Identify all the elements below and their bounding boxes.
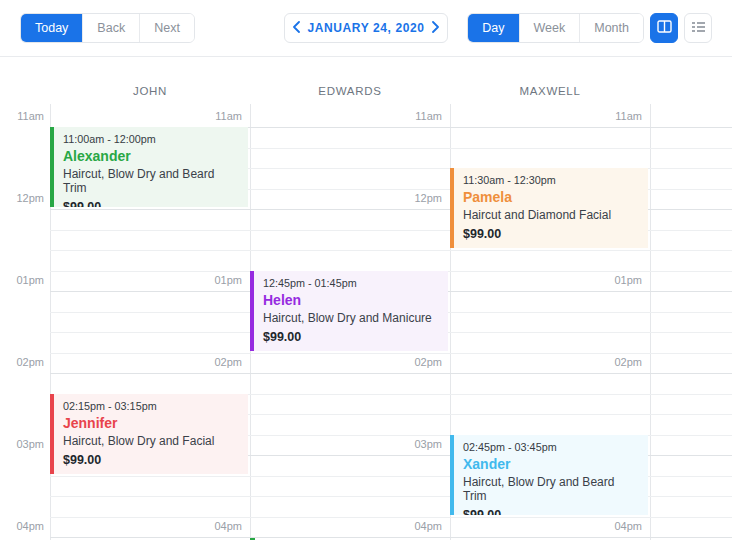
event-client-name: Xander [463,456,640,472]
view-day-button[interactable]: Day [468,14,518,42]
view-switcher-group: Day Week Month [467,13,644,43]
next-button[interactable]: Next [139,14,194,42]
event-client-name: Alexander [63,148,240,164]
event-time-range: 11:30am - 12:30pm [463,174,640,186]
event-time-range: 02:15pm - 03:15pm [63,400,240,412]
column-time-label: 04pm [50,519,242,533]
column-time-label: 01pm [450,273,642,287]
column-time-label: 11am [50,109,242,123]
time-axis-label: 04pm [0,519,44,533]
event-helen[interactable]: 12:45pm - 01:45pmHelenHaircut, Blow Dry … [250,271,448,351]
prev-day-button[interactable] [285,14,308,42]
column-time-label: 04pm [450,519,642,533]
time-axis-label: 12pm [0,191,44,205]
today-button[interactable]: Today [21,14,82,42]
view-month-button[interactable]: Month [579,14,643,42]
column-time-label: 11am [450,109,642,123]
grid-line-hour [50,537,732,538]
date-navigator: JANUARY 24, 2020 [284,13,448,43]
next-day-button[interactable] [425,14,448,42]
scheduler-grid: 11am12pm01pm02pm03pm04pm11am01pm02pm04pm… [0,0,732,540]
chevron-left-icon [292,21,301,36]
grid-line-quarter [50,517,732,518]
column-time-label: 01pm [50,273,242,287]
grid-line-hour [50,373,732,374]
resource-header-john: JOHN [50,85,250,100]
grid-line-quarter [50,353,732,354]
back-button[interactable]: Back [82,14,139,42]
columns-view-button[interactable] [650,13,678,43]
toolbar: Today Back Next JANUARY 24, 2020 Day Wee… [0,0,732,57]
column-time-label: 11am [250,109,442,123]
event-client-name: Pamela [463,189,640,205]
column-time-label: 12pm [250,191,442,205]
current-date-label: JANUARY 24, 2020 [308,21,425,35]
columns-view-icon [657,20,672,36]
event-xander[interactable]: 02:45pm - 03:45pmXanderHaircut, Blow Dry… [450,435,648,515]
event-price: $99.00 [463,227,640,241]
event-price: $99.00 [463,508,640,515]
chevron-right-icon [431,21,440,36]
resource-header-maxwell: MAXWELL [450,85,650,100]
agenda-view-icon [691,21,706,36]
event-price: $99.00 [63,453,240,467]
event-service: Haircut, Blow Dry and Manicure [263,311,440,325]
event-service: Haircut, Blow Dry and Facial [63,434,240,448]
column-time-label: 03pm [250,437,442,451]
date-nav-button-group: Today Back Next [20,13,195,43]
column-time-label: 02pm [50,355,242,369]
column-time-label: 02pm [250,355,442,369]
time-axis-label: 01pm [0,273,44,287]
resource-header-edwards: EDWARDS [250,85,450,100]
event-service: Haircut, Blow Dry and Beard Trim [63,167,240,195]
event-service: Haircut, Blow Dry and Beard Trim [463,475,640,503]
column-time-label: 02pm [450,355,642,369]
event-time-range: 12:45pm - 01:45pm [263,277,440,289]
agenda-view-button[interactable] [684,13,712,43]
event-time-range: 11:00am - 12:00pm [63,133,240,145]
event-client-name: Helen [263,292,440,308]
view-week-button[interactable]: Week [519,14,580,42]
time-axis-label: 02pm [0,355,44,369]
event-alexander[interactable]: 11:00am - 12:00pmAlexanderHaircut, Blow … [50,127,248,207]
time-axis-label: 03pm [0,437,44,451]
event-time-range: 02:45pm - 03:45pm [463,441,640,453]
event-service: Haircut and Diamond Facial [463,208,640,222]
event-pamela[interactable]: 11:30am - 12:30pmPamelaHaircut and Diamo… [450,168,648,248]
grid-line-quarter [50,250,732,251]
event-price: $99.00 [63,200,240,207]
event-client-name: Jennifer [63,415,240,431]
event-jennifer[interactable]: 02:15pm - 03:15pmJenniferHaircut, Blow D… [50,394,248,474]
column-time-label: 04pm [250,519,442,533]
time-axis-label: 11am [0,109,44,123]
view-controls: Day Week Month [467,13,712,43]
event-price: $99.00 [263,330,440,344]
